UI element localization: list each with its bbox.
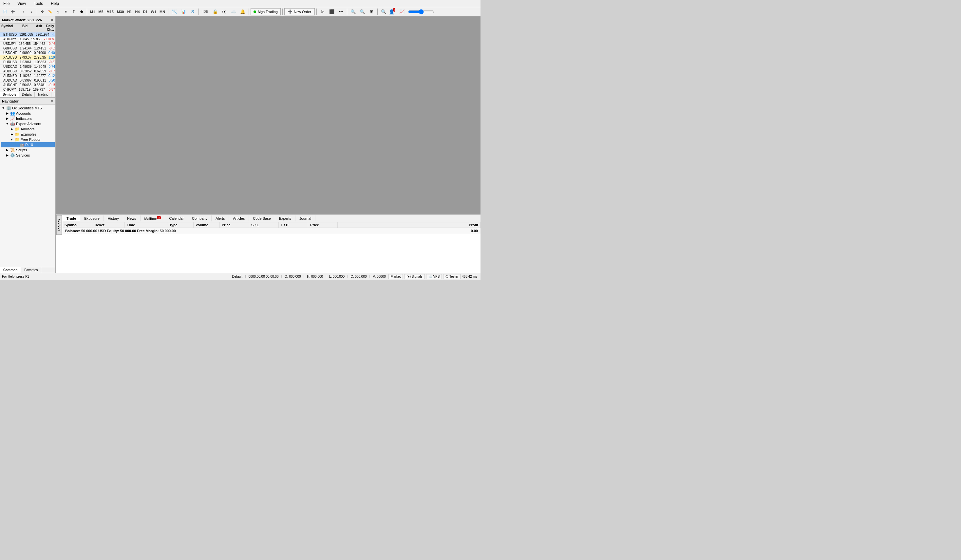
tf-m1[interactable]: M1 xyxy=(89,10,96,14)
mw-symbol-name: USDCHF xyxy=(3,51,17,55)
signals-btn[interactable]: (●) Signals xyxy=(404,274,424,279)
mw-change-cell: 4.78% xyxy=(51,32,55,37)
nav-tab-favorites[interactable]: Favorites xyxy=(21,267,41,273)
tf-h4[interactable]: H4 xyxy=(133,10,141,14)
tester-btn[interactable]: ⬡ Tester xyxy=(443,274,461,279)
indicators-btn[interactable]: ≡ xyxy=(62,8,69,15)
mw-row[interactable]: ↓ AUDUSD 0.62052 0.62059 -0.55% xyxy=(0,69,55,74)
navigator-close[interactable]: × xyxy=(51,99,53,103)
mw-row[interactable]: ↑ AUDNZD 1.10262 1.10277 0.12% xyxy=(0,74,55,78)
wave-btn[interactable]: 〜 xyxy=(337,8,345,15)
chart-mode-btn[interactable]: 📈 xyxy=(398,8,406,15)
tf-m30[interactable]: M30 xyxy=(116,10,125,14)
shapes-btn[interactable]: △ xyxy=(55,8,61,15)
objects-btn[interactable]: ⬟ xyxy=(78,8,85,15)
mw-ask-cell: 1.45049 xyxy=(33,64,47,69)
arrow-down-btn[interactable]: ↓ xyxy=(28,8,35,15)
market-btn[interactable]: Market xyxy=(389,274,403,279)
mw-row[interactable]: ↑ XAUUSD 2793.07 2795.35 1.19% xyxy=(0,55,55,60)
separator-v-btn[interactable]: ⫸ xyxy=(318,8,327,15)
nav-examples-folder[interactable]: ▶ 📁 Examples xyxy=(1,132,55,137)
ide-btn[interactable]: IDE xyxy=(201,8,210,15)
mw-change-cell: 0.12% xyxy=(47,74,55,78)
lock-btn[interactable]: 🔒 xyxy=(211,8,219,15)
mw-row[interactable]: ↑ ETHUSD 3261.085 3261.974 4.78% xyxy=(0,32,55,37)
cloud-btn[interactable]: ☁️ xyxy=(229,8,238,15)
chart-line-btn[interactable]: 📉 xyxy=(170,8,178,15)
app-tab-mailbox[interactable]: Mailbox11 xyxy=(140,215,166,222)
nav-free-robots-folder-icon: 📁 xyxy=(15,137,20,142)
crosshair-btn[interactable]: ✛ xyxy=(39,8,46,15)
mw-tab-details[interactable]: Details xyxy=(19,92,35,97)
chart-candle-btn[interactable]: S xyxy=(188,8,197,15)
mw-row[interactable]: ↓ USDJPY 154.455 154.462 -0.46% xyxy=(0,42,55,46)
mw-row[interactable]: ↓ GBPUSD 1.24144 1.24151 -0.32% xyxy=(0,46,55,51)
zoom-in-btn[interactable]: 🔍 xyxy=(349,8,357,15)
draw-btn[interactable]: ✏️ xyxy=(47,8,54,15)
mw-ask-cell: 1.10277 xyxy=(33,74,47,78)
tf-h1[interactable]: H1 xyxy=(126,10,133,14)
zoom-out-btn[interactable]: 🔍 xyxy=(358,8,366,15)
app-tab-company[interactable]: Company xyxy=(188,215,212,221)
toolbox-tab[interactable]: Toolbox xyxy=(56,215,62,235)
market-watch-close[interactable]: × xyxy=(51,18,53,22)
mw-tab-trading[interactable]: Trading xyxy=(35,92,51,97)
nav-accounts[interactable]: ▶ 👥 Accounts xyxy=(1,111,55,116)
nav-indicators[interactable]: ▶ 📈 Indicators xyxy=(1,116,55,121)
mw-row[interactable]: ↑ USDCAD 1.45039 1.45049 0.74% xyxy=(0,64,55,69)
mw-row[interactable]: ↓ AUDCHF 0.56465 0.56481 -0.15% xyxy=(0,83,55,87)
new-chart-btn[interactable]: 📄 xyxy=(1,8,8,15)
new-order-btn[interactable]: ➕ New Order xyxy=(284,8,315,15)
vps-btn[interactable]: ☁️ VPS xyxy=(426,274,442,279)
nav-scripts-icon: 📜 xyxy=(10,148,15,152)
grid-btn[interactable]: ⊞ xyxy=(367,8,376,15)
app-tab-experts[interactable]: Experts xyxy=(275,215,296,221)
nav-scripts[interactable]: ▶ 📜 Scripts xyxy=(1,148,55,152)
menu-view[interactable]: View xyxy=(15,1,28,6)
profile-btn[interactable]: 👤 1 xyxy=(389,8,397,15)
mw-row[interactable]: ↓ EURUSD 1.03861 1.03863 -0.37% xyxy=(0,60,55,64)
app-tab-history[interactable]: History xyxy=(104,215,123,221)
algo-trading-btn[interactable]: Algo Trading xyxy=(251,8,281,15)
text-btn[interactable]: T xyxy=(70,8,77,15)
app-tab-alerts[interactable]: Alerts xyxy=(212,215,229,221)
plus-btn[interactable]: ➕ xyxy=(9,8,16,15)
nav-expert-advisors[interactable]: ▼ 🤖 Expert Advisors xyxy=(1,121,55,127)
mw-row[interactable]: ↑ USDCHF 0.90999 0.91008 0.40% xyxy=(0,51,55,55)
compare-btn[interactable]: ⬛ xyxy=(328,8,336,15)
tf-d1[interactable]: D1 xyxy=(142,10,149,14)
signal-btn[interactable]: 🔔 xyxy=(238,8,247,15)
tf-w1[interactable]: W1 xyxy=(150,10,158,14)
mw-row[interactable]: ↑ AUDCAD 0.89997 0.90011 0.20% xyxy=(0,78,55,83)
app-tab-exposure[interactable]: Exposure xyxy=(80,215,103,221)
nav-services[interactable]: ▶ ⚙️ Services xyxy=(1,152,55,158)
app-tab-trade[interactable]: Trade xyxy=(63,215,80,221)
app-tab-journal[interactable]: Journal xyxy=(296,215,315,221)
zoom-slider[interactable] xyxy=(408,9,434,14)
nav-broker-root[interactable]: ▼ 🏢 Ox Securities MT5 xyxy=(1,106,55,111)
chart-area[interactable] xyxy=(56,16,480,214)
nav-advisors-folder[interactable]: ▶ 📁 Advisors xyxy=(1,127,55,132)
tf-mn[interactable]: MN xyxy=(158,10,166,14)
nav-r10-item[interactable]: 🤖 R-10 xyxy=(1,142,55,148)
chart-bar-btn[interactable]: 📊 xyxy=(179,8,188,15)
nav-tab-common[interactable]: Common xyxy=(0,267,21,273)
tf-m15[interactable]: M15 xyxy=(106,10,115,14)
nav-free-robots-folder[interactable]: ▼ 📁 Free Robots xyxy=(1,137,55,142)
mw-row[interactable]: ↓ CHFJPY 169.719 169.737 -0.87% xyxy=(0,87,55,92)
app-tab-code base[interactable]: Code Base xyxy=(249,215,275,221)
menu-help[interactable]: Help xyxy=(49,1,61,6)
left-panel: Market Watch: 23:13:26 × Symbol Bid Ask … xyxy=(0,16,56,273)
price-arrow-icon: ↓ xyxy=(1,38,3,41)
menu-file[interactable]: File xyxy=(1,1,11,6)
search-btn[interactable]: 🔍 xyxy=(379,8,388,15)
menu-tools[interactable]: Tools xyxy=(32,1,45,6)
wifi-btn[interactable]: (●) xyxy=(220,8,229,15)
app-tab-calendar[interactable]: Calendar xyxy=(165,215,188,221)
mw-tab-symbols[interactable]: Symbols xyxy=(0,92,19,97)
arrow-up-btn[interactable]: ↑ xyxy=(20,8,27,15)
app-tab-articles[interactable]: Articles xyxy=(229,215,249,221)
app-tab-news[interactable]: News xyxy=(123,215,140,221)
mw-row[interactable]: ↓ AUDJPY 95.845 95.855 -1.01% xyxy=(0,37,55,42)
tf-m5[interactable]: M5 xyxy=(97,10,104,14)
